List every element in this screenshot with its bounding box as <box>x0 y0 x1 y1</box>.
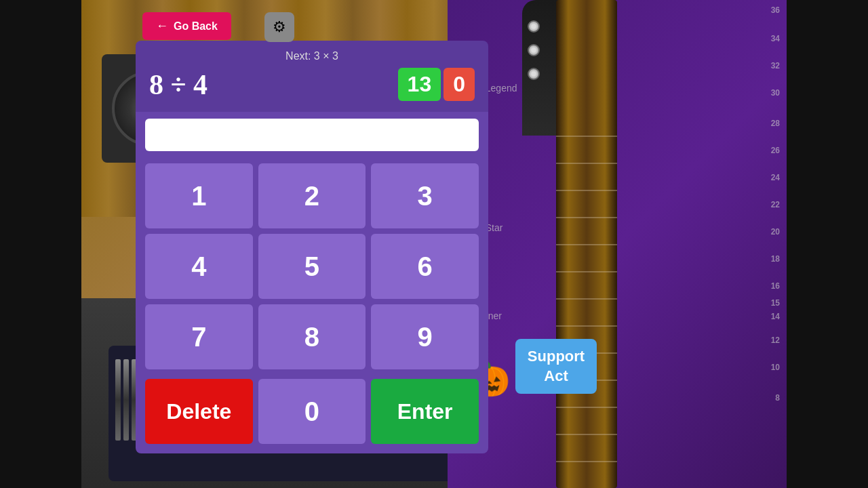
fret-number-14: 14 <box>771 312 780 321</box>
key-2[interactable]: 2 <box>258 163 366 228</box>
fret-number-15: 15 <box>771 298 780 308</box>
fret-number-32: 32 <box>771 61 780 70</box>
next-problem-label: Next: 3 × 3 <box>149 50 475 62</box>
fret-number-18: 18 <box>771 254 780 264</box>
go-back-button[interactable]: ← Go Back <box>142 12 231 40</box>
key-4[interactable]: 4 <box>145 234 253 299</box>
key-1[interactable]: 1 <box>145 163 253 228</box>
fret-number-16: 16 <box>771 281 780 291</box>
key-0[interactable]: 0 <box>258 379 366 444</box>
key-6[interactable]: 6 <box>371 234 479 299</box>
key-8[interactable]: 8 <box>258 304 366 369</box>
key-7[interactable]: 7 <box>145 304 253 369</box>
fret-line <box>556 271 617 272</box>
tuning-peg <box>528 68 540 80</box>
fret-numbers: 36 34 32 30 28 26 24 22 20 18 16 15 14 1… <box>760 0 780 488</box>
tuning-peg <box>528 44 540 56</box>
answer-input[interactable] <box>145 119 479 151</box>
go-back-arrow-icon: ← <box>156 19 168 33</box>
main-area: 36 34 32 30 28 26 24 22 20 18 16 15 14 1… <box>81 0 787 488</box>
fret-line <box>556 434 617 435</box>
fret-number-34: 34 <box>771 34 780 43</box>
settings-button[interactable]: ⚙ <box>264 12 294 42</box>
fader <box>115 359 121 441</box>
key-5[interactable]: 5 <box>258 234 366 299</box>
delete-button[interactable]: Delete <box>145 379 253 444</box>
calc-input-area <box>136 112 488 161</box>
fret-line <box>556 461 617 462</box>
right-sidebar <box>787 0 868 488</box>
fret-number-10: 10 <box>771 363 780 372</box>
fret-line <box>556 244 617 245</box>
fader <box>123 359 129 441</box>
fret-number-26: 26 <box>771 146 780 155</box>
fret-number-8: 8 <box>775 393 780 403</box>
fret-number-12: 12 <box>771 336 780 345</box>
fret-number-28: 28 <box>771 119 780 128</box>
equation-display: 8 ÷ 4 <box>149 68 208 101</box>
fret-line <box>556 298 617 300</box>
bottom-row: Delete 0 Enter <box>136 379 488 453</box>
fret-line <box>556 136 617 137</box>
fret-number-24: 24 <box>771 173 780 182</box>
fret-line <box>556 407 617 408</box>
key-9[interactable]: 9 <box>371 304 479 369</box>
score-wrong-badge: 0 <box>443 68 475 101</box>
guitar-area: 36 34 32 30 28 26 24 22 20 18 16 15 14 1… <box>448 0 787 488</box>
score-badges: 13 0 <box>398 68 475 101</box>
enter-button[interactable]: Enter <box>371 379 479 444</box>
fret-line <box>556 190 617 191</box>
fret-line <box>556 163 617 164</box>
calc-header: Next: 3 × 3 8 ÷ 4 13 0 <box>136 41 488 112</box>
numpad-buttons: 1 2 3 4 5 6 7 8 9 <box>136 161 488 379</box>
key-3[interactable]: 3 <box>371 163 479 228</box>
settings-icon: ⚙ <box>273 18 286 36</box>
score-correct-badge: 13 <box>398 68 441 101</box>
equation-row: 8 ÷ 4 13 0 <box>149 68 475 112</box>
support-act-button[interactable]: Support Act <box>515 339 597 394</box>
fret-number-20: 20 <box>771 227 780 237</box>
fret-line <box>556 325 617 327</box>
fret-line <box>556 217 617 218</box>
tuning-peg <box>528 20 540 33</box>
guitar-neck <box>556 0 617 488</box>
fret-number-22: 22 <box>771 200 780 209</box>
calculator: Next: 3 × 3 8 ÷ 4 13 0 1 2 3 4 5 6 <box>136 41 488 453</box>
fret-number-30: 30 <box>771 88 780 98</box>
go-back-label: Go Back <box>174 20 218 33</box>
fret-number-36: 36 <box>771 5 780 15</box>
left-sidebar <box>0 0 81 488</box>
